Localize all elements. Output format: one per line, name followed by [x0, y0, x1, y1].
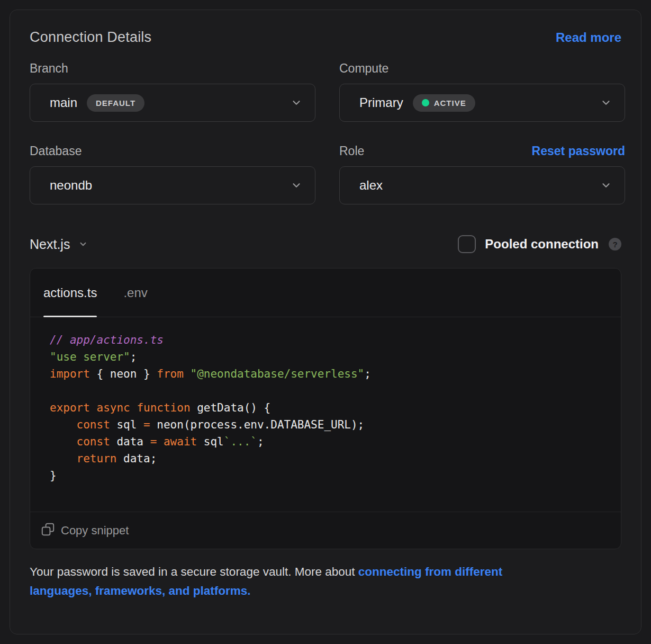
role-label: Role [339, 144, 364, 158]
tab-env[interactable]: .env [123, 269, 147, 317]
code-tabs: actions.ts .env [30, 269, 621, 317]
pooled-connection-label: Pooled connection [485, 237, 599, 252]
chevron-down-icon [291, 97, 302, 109]
reset-password-link[interactable]: Reset password [532, 144, 625, 158]
code-line: return data; [50, 450, 621, 467]
code-block: // app/actions.ts"use server";import { n… [30, 317, 621, 512]
role-label-row: Role Reset password [339, 144, 625, 158]
role-value: alex [359, 178, 383, 193]
branch-value: main [50, 95, 77, 110]
branch-label: Branch [30, 61, 315, 76]
connecting-docs-link[interactable]: connecting from different [358, 565, 503, 578]
compute-value: Primary [359, 95, 403, 110]
page-title: Connection Details [30, 29, 151, 46]
branch-select[interactable]: main DEFAULT [30, 84, 315, 122]
code-snippet-card: actions.ts .env // app/actions.ts"use se… [30, 268, 621, 549]
code-line: // app/actions.ts [50, 332, 621, 348]
selects-row-1: main DEFAULT Primary ACTIVE [30, 84, 621, 122]
selects-row-2: neondb alex [30, 166, 621, 204]
code-line: export async function getData() { [50, 399, 621, 416]
panel-header: Connection Details Read more [30, 29, 621, 46]
framework-select[interactable]: Next.js [30, 237, 88, 252]
database-value: neondb [50, 178, 92, 193]
pooled-connection-toggle[interactable]: Pooled connection ? [458, 235, 621, 253]
code-line: import { neon } from "@neondatabase/serv… [50, 365, 621, 382]
active-badge-label: ACTIVE [434, 99, 466, 108]
chevron-down-icon [78, 239, 88, 249]
note-text: Your password is saved in a secure stora… [30, 565, 358, 578]
read-more-link[interactable]: Read more [556, 30, 621, 45]
active-badge: ACTIVE [413, 94, 475, 112]
code-line: } [50, 467, 621, 484]
chevron-down-icon [600, 180, 612, 191]
database-select[interactable]: neondb [30, 166, 315, 204]
database-label: Database [30, 144, 315, 158]
labels-row-2: Database Role Reset password [30, 144, 621, 158]
chevron-down-icon [600, 97, 612, 109]
code-line: const sql = neon(process.env.DATABASE_UR… [50, 416, 621, 433]
code-line [50, 382, 621, 399]
password-vault-note: Your password is saved in a secure stora… [30, 562, 621, 601]
chevron-down-icon [291, 180, 302, 191]
tab-actions-ts[interactable]: actions.ts [43, 269, 97, 317]
labels-row-1: Branch Compute [30, 61, 621, 76]
framework-value: Next.js [30, 237, 70, 252]
copy-snippet-button[interactable]: Copy snippet [30, 512, 621, 549]
code-line: const data = await sql`...`; [50, 433, 621, 450]
default-badge: DEFAULT [87, 94, 144, 112]
status-dot [422, 99, 429, 106]
connecting-docs-link[interactable]: languages, frameworks, and platforms. [30, 584, 251, 597]
framework-row: Next.js Pooled connection ? [30, 235, 621, 253]
copy-snippet-label: Copy snippet [61, 524, 129, 538]
connection-details-panel: Connection Details Read more Branch Comp… [10, 10, 641, 634]
compute-select[interactable]: Primary ACTIVE [339, 84, 625, 122]
compute-label: Compute [339, 61, 625, 76]
help-icon[interactable]: ? [609, 238, 621, 251]
pooled-connection-checkbox[interactable] [458, 235, 476, 253]
role-select[interactable]: alex [339, 166, 625, 204]
copy-icon [41, 522, 55, 539]
code-line: "use server"; [50, 348, 621, 365]
